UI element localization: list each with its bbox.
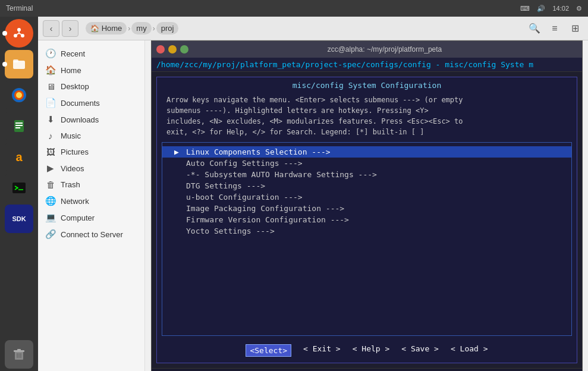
- breadcrumb: 🏠 Home › my › proj: [86, 22, 178, 34]
- sidebar-label-computer: Computer: [61, 213, 95, 222]
- sidebar-item-documents[interactable]: 📄 Documents: [38, 95, 144, 111]
- list-view-icon[interactable]: ≡: [546, 20, 563, 37]
- file-manager: ‹ › 🏠 Home › my › proj 🔍 ≡ ⊞: [38, 17, 588, 371]
- exit-button[interactable]: < Exit >: [303, 344, 341, 357]
- help-button[interactable]: < Help >: [353, 344, 390, 357]
- firefox-launcher-icon[interactable]: [5, 81, 33, 109]
- instruction-line-4: exit, <?> for Help, </> for Search. Lege…: [166, 127, 567, 137]
- sidebar-label-music: Music: [61, 131, 81, 140]
- terminal-launcher-icon[interactable]: [5, 174, 33, 202]
- instruction-line-2: submenus ----). Highlighted letters are …: [166, 105, 567, 116]
- connect-server-icon: 🔗: [45, 229, 56, 240]
- sidebar-label-pictures: Pictures: [61, 147, 89, 156]
- sidebar-item-recent[interactable]: 🕐 Recent: [38, 45, 144, 62]
- files-launcher-icon[interactable]: [5, 50, 33, 78]
- search-icon[interactable]: 🔍: [526, 20, 543, 37]
- fm-toolbar-right: 🔍 ≡ ⊞: [526, 20, 583, 37]
- config-menu: ▶ Linux Components Selection ---> Auto C…: [162, 142, 572, 336]
- sidebar-item-pictures[interactable]: 🖼 Pictures: [38, 144, 144, 160]
- terminal-titlebar: zcc@alpha: ~/my/proj/platform_peta: [152, 41, 582, 58]
- svg-rect-8: [13, 59, 18, 62]
- menu-item-uboot[interactable]: u-boot Configuration --->: [162, 191, 571, 203]
- terminal-close-button[interactable]: [156, 45, 165, 54]
- load-button[interactable]: < Load >: [451, 344, 488, 357]
- breadcrumb-my[interactable]: my: [131, 22, 151, 34]
- svg-point-11: [16, 92, 22, 98]
- unity-sidebar: a SDK: [0, 17, 38, 371]
- sidebar-item-trash[interactable]: 🗑 Trash: [38, 177, 144, 193]
- menu-item-auto-config[interactable]: Auto Config Settings --->: [162, 158, 571, 169]
- menu-item-firmware[interactable]: Firmware Version Configuration --->: [162, 214, 571, 225]
- menu-item-dtg[interactable]: DTG Settings --->: [162, 180, 571, 191]
- back-button[interactable]: ‹: [43, 20, 59, 37]
- time-display: 14:02: [552, 5, 569, 12]
- menu-item-subsystem[interactable]: -*- Subsystem AUTO Hardware Settings ---…: [162, 169, 571, 180]
- app-title: Terminal: [6, 4, 33, 12]
- trash-sidebar-icon: 🗑: [45, 180, 56, 190]
- top-bar-left: Terminal: [6, 4, 33, 12]
- sidebar-item-network[interactable]: 🌐 Network: [38, 193, 144, 209]
- menu-label-image-packaging: Image Packaging Configuration --->: [186, 204, 344, 213]
- keyboard-icon: ⌨: [520, 5, 530, 12]
- trash-launcher-icon[interactable]: [5, 340, 33, 369]
- videos-icon: ▶: [45, 163, 56, 174]
- libreoffice-launcher-icon[interactable]: [5, 112, 33, 140]
- settings-icon[interactable]: ⚙: [576, 5, 582, 12]
- main-layout: a SDK ‹ ›: [0, 17, 588, 371]
- svg-rect-13: [15, 122, 23, 124]
- breadcrumb-home[interactable]: 🏠 Home: [86, 22, 127, 34]
- grid-view-icon[interactable]: ⊞: [567, 20, 583, 37]
- config-instructions: Arrow keys navigate the menu. <Enter> se…: [157, 92, 577, 140]
- terminal-path-bar: /home/zcc/my/proj/platform_peta/project-…: [152, 58, 582, 72]
- forward-button[interactable]: ›: [62, 20, 78, 37]
- menu-item-linux-components[interactable]: ▶ Linux Components Selection --->: [162, 146, 571, 158]
- svg-rect-15: [15, 127, 20, 128]
- menu-label-dtg: DTG Settings --->: [186, 181, 265, 190]
- top-bar: Terminal ⌨ 🔊 14:02 ⚙: [0, 0, 588, 17]
- svg-rect-20: [17, 349, 21, 351]
- terminal-maximize-button[interactable]: [180, 45, 188, 54]
- sidebar-item-downloads[interactable]: ⬇ Downloads: [38, 111, 144, 128]
- amazon-launcher-icon[interactable]: a: [5, 143, 33, 171]
- menu-item-yocto[interactable]: Yocto Settings --->: [162, 225, 571, 237]
- instruction-line-1: Arrow keys navigate the menu. <Enter> se…: [166, 95, 567, 105]
- audio-icon: 🔊: [537, 5, 545, 12]
- menu-label-uboot: u-boot Configuration --->: [186, 193, 303, 202]
- menu-label-firmware: Firmware Version Configuration --->: [186, 215, 349, 224]
- config-title: misc/config System Configuration: [157, 77, 577, 92]
- sidebar-label-desktop: Desktop: [61, 82, 89, 91]
- select-button[interactable]: <Select>: [246, 344, 291, 357]
- terminal-path-text: /home/zcc/my/proj/platform_peta/project-…: [156, 60, 533, 69]
- svg-rect-14: [15, 125, 23, 126]
- svg-point-1: [17, 28, 21, 32]
- terminal-bottom-bar: CSDN @Hello阿尔法: [152, 368, 582, 371]
- fm-sidebar: 🕐 Recent 🏠 Home 🖥 Desktop 📄 Documents ⬇: [38, 40, 145, 371]
- sidebar-label-connect-to-server: Connect to Server: [61, 230, 123, 239]
- menu-label-linux-components: Linux Components Selection --->: [186, 147, 331, 156]
- sidebar-item-home[interactable]: 🏠 Home: [38, 62, 144, 78]
- terminal-body: misc/config System Configuration Arrow k…: [152, 72, 582, 368]
- recent-icon: 🕐: [45, 48, 56, 59]
- menu-item-image-packaging[interactable]: Image Packaging Configuration --->: [162, 203, 571, 214]
- menu-indicator-5: [174, 193, 183, 202]
- sdk-launcher-icon[interactable]: SDK: [5, 205, 33, 233]
- sidebar-label-home: Home: [61, 66, 81, 75]
- fm-files: platform_peta platform.hdf: [145, 40, 588, 371]
- menu-indicator-2: [174, 159, 183, 168]
- network-icon: 🌐: [45, 196, 56, 206]
- sidebar-item-computer[interactable]: 💻 Computer: [38, 209, 144, 226]
- config-buttons: <Select> < Exit > < Help > < Save > < Lo…: [157, 338, 577, 363]
- ubuntu-launcher-icon[interactable]: [5, 19, 33, 48]
- sidebar-item-videos[interactable]: ▶ Videos: [38, 160, 144, 177]
- sidebar-item-connect-to-server[interactable]: 🔗 Connect to Server: [38, 226, 144, 243]
- save-button[interactable]: < Save >: [401, 344, 439, 357]
- terminal-minimize-button[interactable]: [168, 45, 177, 54]
- terminal-window: zcc@alpha: ~/my/proj/platform_peta /home…: [151, 40, 583, 371]
- home-icon: 🏠: [45, 65, 56, 76]
- sidebar-item-music[interactable]: ♪ Music: [38, 128, 144, 144]
- breadcrumb-proj[interactable]: proj: [156, 22, 179, 34]
- sidebar-item-desktop[interactable]: 🖥 Desktop: [38, 78, 144, 95]
- sidebar-label-network: Network: [61, 197, 89, 206]
- sidebar-label-videos: Videos: [61, 164, 84, 173]
- pictures-icon: 🖼: [45, 147, 56, 157]
